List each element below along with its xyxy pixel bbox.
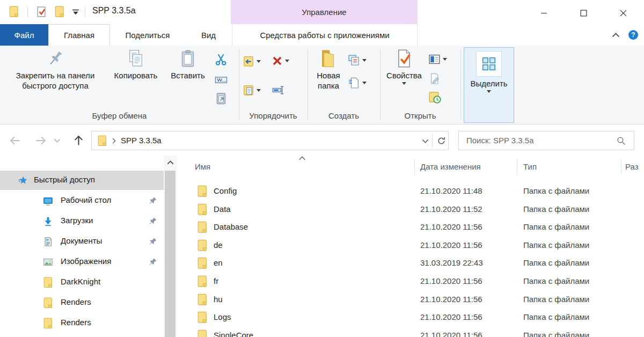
- sidebar-item[interactable]: Изображения: [0, 252, 164, 272]
- breadcrumb-segment[interactable]: SPP 3.3.5a: [121, 136, 162, 145]
- copy-to-button[interactable]: [243, 84, 261, 96]
- address-bar[interactable]: SPP 3.3.5a: [91, 131, 449, 150]
- folder-icon[interactable]: [55, 6, 64, 18]
- move-to-icon: [243, 55, 254, 67]
- open-window-icon: [428, 53, 441, 65]
- clipboard-group-caption: Буфер обмена: [0, 111, 239, 122]
- refresh-icon[interactable]: [437, 136, 446, 145]
- sidebar-item-icon: [43, 236, 53, 247]
- edit-button[interactable]: [428, 72, 441, 85]
- new-folder-button[interactable]: Новая папка: [310, 48, 347, 91]
- properties-button[interactable]: Свойства: [382, 48, 426, 85]
- help-question-icon[interactable]: [628, 30, 639, 40]
- sidebar-item[interactable]: Рабочий стол: [0, 191, 164, 210]
- pin-icon: [46, 48, 65, 69]
- file-row[interactable]: Logs 21.10.2020 11:56 Папка с файлами: [177, 309, 644, 327]
- qat-menu-icon[interactable]: [72, 9, 79, 16]
- file-list: Config 21.10.2020 11:48 Папка с файлами …: [177, 156, 644, 337]
- forward-arrow-icon[interactable]: [34, 134, 47, 147]
- scrollbar-thumb[interactable]: [165, 171, 175, 337]
- folder-icon[interactable]: [9, 6, 19, 18]
- tab-share[interactable]: Поделиться: [110, 24, 185, 46]
- paste-shortcut-button[interactable]: [215, 92, 228, 105]
- history-button[interactable]: [428, 91, 441, 104]
- file-type: Папка с файлами: [523, 295, 589, 304]
- copy-to-icon: [243, 84, 254, 96]
- rename-button[interactable]: [272, 84, 284, 96]
- select-button-label: Выделить: [470, 78, 507, 89]
- recent-locations-chevron-icon[interactable]: [54, 138, 61, 143]
- sidebar-item-label: Изображения: [61, 257, 111, 266]
- collapse-ribbon-chevron-icon[interactable]: [612, 33, 620, 38]
- delete-button[interactable]: [272, 55, 289, 67]
- sidebar-item-icon: [43, 216, 53, 227]
- cut-button[interactable]: [215, 53, 228, 66]
- rename-icon: [272, 84, 284, 96]
- organize-group-caption: Упорядочить: [239, 111, 308, 122]
- file-date-modified: 21.10.2020 11:56: [420, 240, 482, 250]
- file-row[interactable]: Data 21.10.2020 11:52 Папка с файлами: [177, 201, 644, 219]
- properties-label: Свойства: [386, 70, 422, 80]
- properties-check-icon[interactable]: [35, 6, 47, 18]
- sidebar-scrollbar[interactable]: [164, 156, 177, 337]
- sidebar-item[interactable]: Документы: [0, 232, 164, 251]
- file-row[interactable]: de 21.10.2020 11:56 Папка с файлами: [177, 237, 644, 255]
- file-date-modified: 21.10.2020 11:56: [420, 331, 482, 337]
- sidebar-item[interactable]: DarkKnight: [0, 273, 164, 292]
- file-row[interactable]: Config 21.10.2020 11:48 Папка с файлами: [177, 182, 644, 201]
- copy-button[interactable]: Копировать: [107, 48, 164, 80]
- file-date-modified: 21.10.2020 11:56: [420, 276, 482, 285]
- copy-path-button[interactable]: [215, 74, 228, 86]
- new-item-button[interactable]: [348, 77, 367, 89]
- file-row[interactable]: SingleCore 21.10.2020 11:56 Папка с файл…: [177, 327, 644, 337]
- open-button[interactable]: [428, 53, 447, 65]
- up-arrow-icon[interactable]: [72, 134, 85, 147]
- maximize-button[interactable]: [571, 5, 596, 20]
- file-name: Logs: [214, 312, 231, 321]
- file-row[interactable]: Database 21.10.2020 11:56 Папка с файлам…: [177, 218, 644, 237]
- sidebar-item-icon: [43, 195, 53, 207]
- select-grid-icon: [481, 56, 497, 72]
- chevron-right-icon: [112, 138, 116, 144]
- sidebar-item[interactable]: Renders: [0, 313, 164, 333]
- folder-icon: [197, 275, 207, 288]
- file-row[interactable]: fr 21.10.2020 11:56 Папка с файлами: [177, 273, 644, 291]
- minimize-icon: [540, 10, 547, 17]
- file-row[interactable]: hu 21.10.2020 11:56 Папка с файлами: [177, 291, 644, 309]
- open-group-caption: Открыть: [380, 111, 460, 122]
- new-item-icon: [348, 77, 360, 89]
- tab-view[interactable]: Вид: [185, 24, 232, 46]
- minimize-button[interactable]: [531, 5, 556, 20]
- file-type: Папка с файлами: [523, 331, 589, 337]
- move-to-button[interactable]: [243, 55, 261, 67]
- search-input[interactable]: Поиск: SPP 3.3.5a: [458, 131, 634, 150]
- file-type: Папка с файлами: [523, 258, 589, 267]
- tab-home[interactable]: Главная: [48, 24, 110, 46]
- file-row[interactable]: en 31.03.2019 22:43 Папка с файлами: [177, 254, 644, 273]
- tab-file[interactable]: Файл: [0, 24, 48, 46]
- sidebar-item[interactable]: Быстрый доступ: [0, 171, 164, 190]
- window-title: SPP 3.3.5a: [92, 6, 136, 16]
- paste-icon: [179, 48, 197, 69]
- magnifier-icon[interactable]: [617, 136, 626, 145]
- address-dropdown-chevron-icon[interactable]: [422, 139, 429, 143]
- pin-to-quick-access-button[interactable]: Закрепить на панели быстрого доступа: [4, 48, 106, 91]
- tab-application-tools[interactable]: Средства работы с приложениями: [232, 24, 418, 46]
- folder-icon: [197, 221, 207, 233]
- sidebar-item[interactable]: Renders: [0, 293, 164, 312]
- easy-access-button[interactable]: [348, 54, 367, 67]
- paste-button-label: Вставить: [171, 70, 205, 80]
- sidebar-item[interactable]: Загрузки: [0, 211, 164, 231]
- easy-access-icon: [348, 54, 360, 67]
- close-button[interactable]: [611, 5, 635, 20]
- paste-button[interactable]: Вставить: [164, 48, 211, 80]
- back-arrow-icon[interactable]: [9, 134, 21, 147]
- scroll-up-arrow-icon[interactable]: [167, 160, 174, 165]
- select-button[interactable]: Выделить: [464, 47, 514, 123]
- folder-icon: [197, 329, 207, 337]
- new-folder-label: Новая папка: [310, 70, 347, 91]
- dropdown-triangle-icon: [257, 60, 261, 63]
- select-grid-icon-box: [476, 51, 502, 77]
- create-group-caption: Создать: [308, 111, 380, 122]
- dropdown-triangle-icon: [362, 82, 367, 84]
